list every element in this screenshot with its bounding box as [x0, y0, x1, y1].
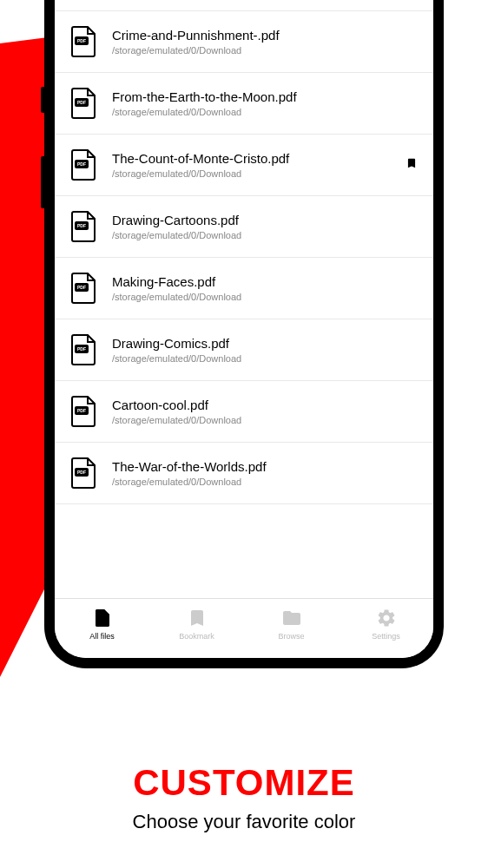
- nav-bookmark-label: Bookmark: [179, 632, 214, 641]
- pdf-file-icon: PDF: [70, 210, 98, 243]
- nav-all-files-label: All files: [89, 632, 115, 641]
- pdf-file-icon: PDF: [70, 25, 98, 58]
- file-info: From-the-Earth-to-the-Moon.pdf /storage/…: [112, 89, 418, 117]
- svg-text:PDF: PDF: [77, 285, 86, 290]
- phone-mockup-frame: PDF Anthem.pdf /storage/emulated/0/Downl…: [44, 0, 444, 668]
- file-item[interactable]: PDF The-Count-of-Monte-Cristo.pdf /stora…: [55, 135, 433, 196]
- file-item[interactable]: PDF Making-Faces.pdf /storage/emulated/0…: [55, 258, 433, 319]
- file-info: Drawing-Cartoons.pdf /storage/emulated/0…: [112, 213, 418, 240]
- pdf-file-icon: PDF: [70, 457, 98, 490]
- file-path: /storage/emulated/0/Download: [112, 168, 399, 179]
- svg-text:PDF: PDF: [77, 470, 86, 475]
- file-info: The-Count-of-Monte-Cristo.pdf /storage/e…: [112, 151, 399, 179]
- file-info: Crime-and-Punnishment-.pdf /storage/emul…: [112, 28, 418, 56]
- bookmark-icon: [187, 608, 208, 628]
- svg-text:PDF: PDF: [77, 38, 86, 43]
- file-item[interactable]: PDF Drawing-Cartoons.pdf /storage/emulat…: [55, 196, 433, 258]
- nav-browse[interactable]: Browse: [266, 608, 318, 641]
- file-path: /storage/emulated/0/Download: [112, 353, 418, 364]
- file-list[interactable]: PDF Anthem.pdf /storage/emulated/0/Downl…: [55, 0, 433, 598]
- gear-icon: [376, 608, 397, 628]
- file-info: Making-Faces.pdf /storage/emulated/0/Dow…: [112, 274, 418, 302]
- folder-icon: [281, 608, 302, 628]
- phone-power-button: [41, 156, 44, 208]
- phone-volume-button: [41, 87, 44, 113]
- nav-bookmark[interactable]: Bookmark: [171, 608, 223, 641]
- file-item[interactable]: PDF Drawing-Comics.pdf /storage/emulated…: [55, 319, 433, 381]
- pdf-file-icon: PDF: [70, 148, 98, 181]
- file-path: /storage/emulated/0/Download: [112, 107, 418, 117]
- bottom-navigation: All files Bookmark Browse Settings: [55, 598, 433, 658]
- file-name: The-War-of-the-Worlds.pdf: [112, 459, 418, 474]
- file-item[interactable]: PDF Cartoon-cool.pdf /storage/emulated/0…: [55, 381, 433, 443]
- file-name: Drawing-Cartoons.pdf: [112, 213, 418, 227]
- file-info: Cartoon-cool.pdf /storage/emulated/0/Dow…: [112, 398, 418, 425]
- bookmark-badge-icon: [406, 157, 418, 173]
- file-path: /storage/emulated/0/Download: [112, 45, 418, 56]
- file-info: Drawing-Comics.pdf /storage/emulated/0/D…: [112, 336, 418, 364]
- pdf-file-icon: PDF: [70, 272, 98, 305]
- phone-screen: PDF Anthem.pdf /storage/emulated/0/Downl…: [55, 0, 433, 658]
- file-item[interactable]: PDF Crime-and-Punnishment-.pdf /storage/…: [55, 11, 433, 73]
- pdf-file-icon: PDF: [70, 333, 98, 366]
- file-item[interactable]: PDF From-the-Earth-to-the-Moon.pdf /stor…: [55, 73, 433, 135]
- pdf-file-icon: PDF: [70, 87, 98, 120]
- promo-section: CUSTOMIZE Choose your favorite color: [0, 762, 488, 833]
- svg-text:PDF: PDF: [77, 223, 86, 228]
- file-name: Crime-and-Punnishment-.pdf: [112, 28, 418, 43]
- file-name: The-Count-of-Monte-Cristo.pdf: [112, 151, 399, 166]
- svg-text:PDF: PDF: [77, 408, 86, 413]
- file-path: /storage/emulated/0/Download: [112, 230, 418, 240]
- svg-text:PDF: PDF: [77, 100, 86, 105]
- file-path: /storage/emulated/0/Download: [112, 477, 418, 487]
- file-name: Cartoon-cool.pdf: [112, 398, 418, 412]
- nav-all-files[interactable]: All files: [76, 608, 129, 641]
- file-icon: [92, 608, 113, 628]
- file-item[interactable]: PDF Anthem.pdf /storage/emulated/0/Downl…: [55, 0, 433, 11]
- file-item[interactable]: PDF The-War-of-the-Worlds.pdf /storage/e…: [55, 443, 433, 504]
- file-name: Making-Faces.pdf: [112, 274, 418, 289]
- file-name: Drawing-Comics.pdf: [112, 336, 418, 351]
- nav-settings[interactable]: Settings: [360, 608, 412, 641]
- nav-settings-label: Settings: [372, 632, 400, 641]
- svg-text:PDF: PDF: [77, 346, 86, 352]
- svg-text:PDF: PDF: [77, 161, 86, 167]
- promo-subtitle: Choose your favorite color: [0, 811, 488, 833]
- pdf-file-icon: PDF: [70, 395, 98, 428]
- file-info: The-War-of-the-Worlds.pdf /storage/emula…: [112, 459, 418, 487]
- file-name: From-the-Earth-to-the-Moon.pdf: [112, 89, 418, 104]
- file-path: /storage/emulated/0/Download: [112, 415, 418, 425]
- file-path: /storage/emulated/0/Download: [112, 292, 418, 302]
- nav-browse-label: Browse: [278, 632, 304, 641]
- promo-title: CUSTOMIZE: [0, 762, 488, 804]
